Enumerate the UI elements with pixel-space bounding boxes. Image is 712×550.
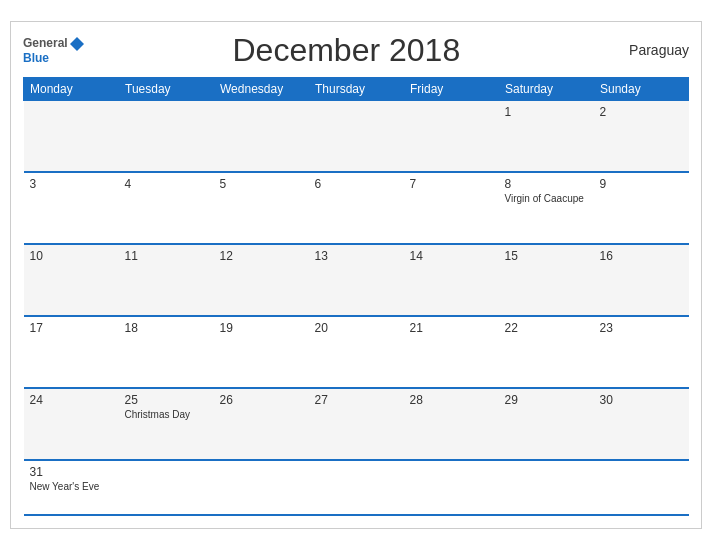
calendar-cell <box>214 100 309 172</box>
calendar-cell <box>309 100 404 172</box>
day-number: 7 <box>410 177 493 191</box>
calendar-cell: 6 <box>309 172 404 244</box>
week-row-4: 17181920212223 <box>24 316 689 388</box>
day-number: 8 <box>505 177 588 191</box>
day-number: 25 <box>125 393 208 407</box>
day-number: 18 <box>125 321 208 335</box>
calendar-cell: 30 <box>594 388 689 460</box>
day-number: 6 <box>315 177 398 191</box>
week-row-3: 10111213141516 <box>24 244 689 316</box>
day-number: 22 <box>505 321 588 335</box>
calendar-cell: 4 <box>119 172 214 244</box>
weekday-header-saturday: Saturday <box>499 77 594 100</box>
day-number: 9 <box>600 177 683 191</box>
calendar-cell: 26 <box>214 388 309 460</box>
calendar-cell: 9 <box>594 172 689 244</box>
country-label: Paraguay <box>609 42 689 58</box>
day-number: 16 <box>600 249 683 263</box>
calendar-cell: 29 <box>499 388 594 460</box>
calendar-cell: 24 <box>24 388 119 460</box>
svg-marker-0 <box>70 37 84 51</box>
week-row-2: 345678Virgin of Caacupe9 <box>24 172 689 244</box>
calendar-cell: 1 <box>499 100 594 172</box>
day-number: 15 <box>505 249 588 263</box>
weekday-header-wednesday: Wednesday <box>214 77 309 100</box>
calendar-cell: 31New Year's Eve <box>24 460 119 515</box>
weekday-header-sunday: Sunday <box>594 77 689 100</box>
holiday-name: New Year's Eve <box>30 481 113 492</box>
calendar-cell: 27 <box>309 388 404 460</box>
day-number: 23 <box>600 321 683 335</box>
day-number: 4 <box>125 177 208 191</box>
calendar-cell <box>214 460 309 515</box>
logo-blue: Blue <box>23 51 84 65</box>
calendar-cell: 14 <box>404 244 499 316</box>
calendar-cell <box>309 460 404 515</box>
calendar-cell: 19 <box>214 316 309 388</box>
calendar-cell: 11 <box>119 244 214 316</box>
calendar-cell <box>24 100 119 172</box>
day-number: 28 <box>410 393 493 407</box>
day-number: 14 <box>410 249 493 263</box>
calendar-cell: 7 <box>404 172 499 244</box>
day-number: 11 <box>125 249 208 263</box>
calendar-cell <box>404 100 499 172</box>
calendar-cell: 17 <box>24 316 119 388</box>
calendar-cell: 8Virgin of Caacupe <box>499 172 594 244</box>
calendar-header: General Blue December 2018 Paraguay <box>23 32 689 69</box>
day-number: 12 <box>220 249 303 263</box>
calendar-cell: 12 <box>214 244 309 316</box>
weekday-header-monday: Monday <box>24 77 119 100</box>
day-number: 21 <box>410 321 493 335</box>
holiday-name: Virgin of Caacupe <box>505 193 588 204</box>
calendar-cell: 23 <box>594 316 689 388</box>
day-number: 26 <box>220 393 303 407</box>
day-number: 31 <box>30 465 113 479</box>
calendar-cell: 15 <box>499 244 594 316</box>
day-number: 30 <box>600 393 683 407</box>
week-row-6: 31New Year's Eve <box>24 460 689 515</box>
calendar-container: General Blue December 2018 Paraguay Mond… <box>10 21 702 530</box>
day-number: 5 <box>220 177 303 191</box>
calendar-cell <box>119 100 214 172</box>
weekday-header-friday: Friday <box>404 77 499 100</box>
calendar-table: MondayTuesdayWednesdayThursdayFridaySatu… <box>23 77 689 517</box>
calendar-cell <box>594 460 689 515</box>
weekday-header-row: MondayTuesdayWednesdayThursdayFridaySatu… <box>24 77 689 100</box>
logo: General Blue <box>23 36 84 65</box>
day-number: 13 <box>315 249 398 263</box>
calendar-cell: 25Christmas Day <box>119 388 214 460</box>
calendar-cell <box>499 460 594 515</box>
day-number: 29 <box>505 393 588 407</box>
day-number: 27 <box>315 393 398 407</box>
calendar-cell: 21 <box>404 316 499 388</box>
holiday-name: Christmas Day <box>125 409 208 420</box>
calendar-cell <box>119 460 214 515</box>
logo-general: General <box>23 36 68 50</box>
calendar-cell: 22 <box>499 316 594 388</box>
calendar-cell: 20 <box>309 316 404 388</box>
day-number: 1 <box>505 105 588 119</box>
day-number: 24 <box>30 393 113 407</box>
day-number: 19 <box>220 321 303 335</box>
weekday-header-tuesday: Tuesday <box>119 77 214 100</box>
calendar-cell: 18 <box>119 316 214 388</box>
weekday-header-thursday: Thursday <box>309 77 404 100</box>
day-number: 20 <box>315 321 398 335</box>
day-number: 10 <box>30 249 113 263</box>
week-row-1: 12 <box>24 100 689 172</box>
day-number: 2 <box>600 105 683 119</box>
calendar-cell: 5 <box>214 172 309 244</box>
calendar-cell: 2 <box>594 100 689 172</box>
calendar-cell: 28 <box>404 388 499 460</box>
day-number: 17 <box>30 321 113 335</box>
calendar-cell: 3 <box>24 172 119 244</box>
calendar-cell: 16 <box>594 244 689 316</box>
calendar-cell: 10 <box>24 244 119 316</box>
day-number: 3 <box>30 177 113 191</box>
calendar-cell <box>404 460 499 515</box>
month-title: December 2018 <box>84 32 609 69</box>
calendar-cell: 13 <box>309 244 404 316</box>
logo-diamond-icon <box>70 37 84 51</box>
week-row-5: 2425Christmas Day2627282930 <box>24 388 689 460</box>
